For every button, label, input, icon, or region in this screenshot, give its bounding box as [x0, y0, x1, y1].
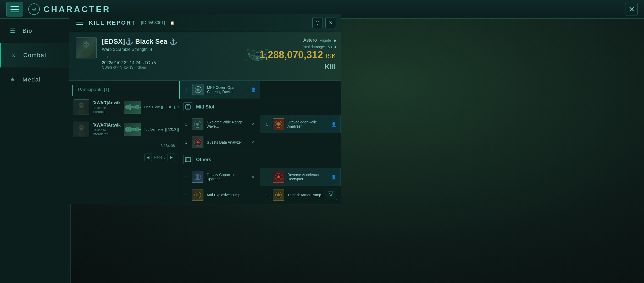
participants-header: Participants [1] [72, 85, 179, 96]
export-button[interactable]: ⬡ [312, 18, 323, 28]
total-damage-label: Total damage: [302, 45, 325, 49]
combat-icon: ⚔ [9, 51, 18, 60]
pagination: ◀ Page 3 ▶ [69, 150, 179, 164]
others-item-2[interactable]: 1 Anti-Explosive Pump... [179, 186, 260, 204]
others-right-item-2-qty: 1 [264, 193, 270, 197]
mid-slot-header: Mid Slot [179, 99, 341, 115]
mid-right-item-1[interactable]: 1 Gravedigger Relic Analyzer 👤 [260, 115, 341, 133]
next-page-button[interactable]: ▶ [168, 154, 175, 161]
kill-report-header: KILL REPORT [ID:6593061] 📋 ⬡ ✕ [69, 14, 341, 32]
mid-item-2[interactable]: 1 Guests Data Analyzer ✕ [179, 133, 260, 151]
others-right-item-1-icon [273, 171, 284, 183]
mid-slot-label: Mid Slot [196, 104, 214, 110]
filter-button[interactable] [325, 188, 337, 200]
svg-rect-18 [248, 54, 250, 55]
page-label: Page 3 [154, 155, 165, 159]
mid-item-1-icon [192, 118, 203, 130]
top-item-person-icon: 👤 [251, 87, 256, 92]
mid-right-empty [260, 133, 341, 149]
svg-point-4 [81, 50, 91, 57]
victim-avatar [76, 37, 97, 58]
mid-slot-icon [184, 102, 192, 111]
mid-item-2-close[interactable]: ✕ [249, 140, 256, 145]
participants-panel: Participants [1] [XWAR]Artwik Bellicose … [69, 81, 179, 204]
svg-point-36 [80, 126, 83, 128]
svg-point-43 [197, 89, 199, 91]
svg-point-26 [80, 104, 83, 106]
svg-point-64 [196, 194, 199, 196]
participant-ship-1: Bellicose Interdictor [92, 106, 121, 114]
participant-ship-2: Bellicose Interdictor [92, 128, 121, 136]
others-item-2-name: Anti-Explosive Pump... [207, 193, 256, 197]
hamburger-button[interactable] [6, 2, 23, 17]
stat-damage-1: 5310 [165, 105, 172, 109]
mid-slot-left-col: 1 'Explorer' Wide Range Wave... ✕ 1 [179, 115, 260, 151]
mid-slot-right-col: 1 Gravedigger Relic Analyzer 👤 [260, 115, 341, 151]
total-damage-value: 5310 [328, 45, 336, 49]
prev-page-button[interactable]: ◀ [145, 154, 152, 161]
others-right-person-icon: 👤 [331, 175, 336, 179]
others-right-item-1-qty: 1 [264, 175, 270, 179]
mid-item-2-qty: 1 [184, 140, 189, 144]
others-item-2-icon [192, 189, 203, 201]
kill-report-title: KILL REPORT [89, 19, 136, 26]
others-item-1-close[interactable]: ✕ [249, 175, 256, 179]
others-items: 1 Gravity Capacitor Upgrade III ✕ [179, 168, 341, 204]
svg-point-46 [187, 105, 188, 106]
participant-details-1: [XWAR]Artwik Bellicose Interdictor [92, 101, 121, 114]
top-item-qty: 1 [184, 88, 189, 92]
others-item-1-icon [192, 171, 203, 183]
items-panel: 1 MK9 Covert Ops Cloaking Device 👤 [179, 81, 341, 204]
mid-right-item-1-icon [273, 118, 284, 130]
top-item-icon [192, 84, 204, 95]
sidebar-item-bio[interactable]: ☰ Bio [0, 19, 70, 43]
sidebar-label-bio: Bio [23, 28, 32, 34]
others-icon [184, 155, 192, 164]
app-title: CHARACTER [43, 4, 111, 14]
others-item-1-qty: 1 [184, 175, 189, 179]
stat-label-1: Final Blow [144, 105, 160, 109]
isk-label: ISK [326, 52, 336, 59]
others-right-item-1[interactable]: 1 Reverse Accelerant Decryptor 👤 [260, 168, 341, 186]
others-header: Others [179, 151, 341, 168]
svg-point-66 [277, 176, 280, 178]
kr-menu-button[interactable] [75, 18, 85, 28]
svg-rect-6 [86, 43, 88, 45]
others-item-1[interactable]: 1 Gravity Capacitor Upgrade III ✕ [179, 168, 260, 186]
svg-rect-38 [136, 128, 139, 131]
top-slot-item[interactable]: 1 MK9 Covert Ops Cloaking Device 👤 [179, 81, 260, 99]
kill-report-panel: KILL REPORT [ID:6593061] 📋 ⬡ ✕ [69, 14, 341, 204]
participant-avatar-1 [74, 99, 89, 115]
sidebar-label-medal: Medal [23, 76, 41, 83]
svg-rect-40 [129, 127, 131, 132]
svg-point-25 [78, 109, 85, 115]
ship-class: Frigate [320, 38, 331, 42]
sidebar-item-combat[interactable]: ⚔ Combat [0, 43, 70, 68]
mid-item-1[interactable]: 1 'Explorer' Wide Range Wave... ✕ [179, 115, 260, 133]
participant-details-2: [XWAR]Artwik Bellicose Interdictor [92, 123, 121, 136]
participant-weapon-2 [124, 123, 141, 136]
ship-stats: Astero Frigate Total damage: 5310 1,288,… [259, 37, 336, 71]
others-item-2-qty: 1 [184, 193, 189, 197]
sidebar-label-combat: Combat [23, 52, 47, 59]
participants-label: Participants [1] [78, 87, 109, 92]
svg-rect-28 [136, 105, 139, 109]
victim-section: [EDSX]⚓ Black Sea ⚓ Warp Scramble Streng… [69, 32, 341, 81]
participant-item-1[interactable]: [XWAR]Artwik Bellicose Interdictor [69, 96, 179, 118]
svg-rect-30 [129, 105, 131, 110]
svg-point-14 [256, 57, 258, 59]
app-close-button[interactable]: ✕ [625, 3, 638, 15]
svg-rect-39 [126, 127, 129, 132]
items-top-section: 1 MK9 Covert Ops Cloaking Device 👤 [179, 81, 341, 99]
mid-right-item-1-qty: 1 [264, 122, 270, 126]
others-right-item-1-name: Reverse Accelerant Decryptor [287, 173, 328, 181]
isk-value: 1,288,070,312 [259, 49, 323, 60]
svg-marker-69 [329, 192, 333, 196]
sidebar-item-medal[interactable]: ★ Medal [0, 68, 70, 92]
outcome-label: Kill [259, 63, 336, 71]
logo-icon: ⊕ [28, 3, 40, 15]
kr-content: Participants [1] [XWAR]Artwik Bellicose … [69, 81, 341, 204]
participant-item-2[interactable]: [XWAR]Artwik Bellicose Interdictor [69, 118, 179, 141]
close-panel-button[interactable]: ✕ [325, 18, 336, 28]
mid-item-1-close[interactable]: ✕ [249, 122, 256, 127]
